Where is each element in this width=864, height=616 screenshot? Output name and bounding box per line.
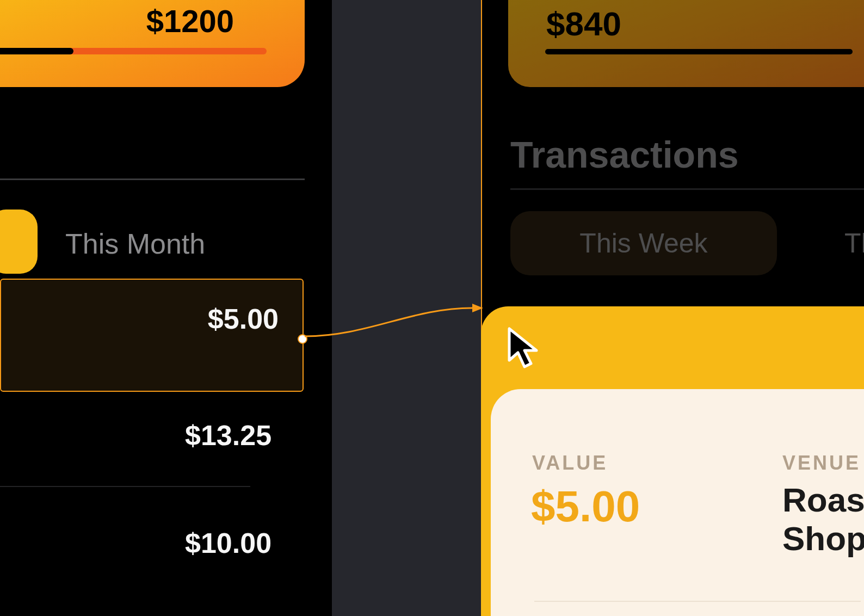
row-divider xyxy=(0,486,250,487)
section-divider xyxy=(510,188,864,190)
tab-chip-selected[interactable] xyxy=(0,210,38,274)
balance-amount: $1200 xyxy=(146,3,234,39)
design-canvas: $1200 This Month $5.00 $13.25 $10.00 $84… xyxy=(0,0,864,616)
progress-fill xyxy=(0,48,73,54)
value-amount: $5.00 xyxy=(531,482,640,532)
venue-label: VENUE xyxy=(782,452,861,475)
tab-label: This Week xyxy=(510,227,777,259)
screen-transactions-list: $1200 This Month $5.00 $13.25 $10.00 xyxy=(0,0,332,616)
balance-card[interactable]: $840 xyxy=(508,0,864,87)
prototype-connection-node[interactable] xyxy=(298,334,307,344)
detail-divider xyxy=(534,601,861,602)
detail-card-body: VALUE $5.00 VENUE RoastShop xyxy=(491,389,864,616)
venue-name: RoastShop xyxy=(782,481,864,558)
value-label: VALUE xyxy=(532,452,608,475)
balance-card[interactable]: $1200 xyxy=(0,0,305,87)
transaction-amount: $10.00 xyxy=(185,527,271,559)
transaction-row-selected[interactable]: $5.00 xyxy=(0,279,304,392)
tab-this-week[interactable]: This Week xyxy=(510,211,777,275)
transaction-amount: $13.25 xyxy=(185,419,271,452)
tab-partial-label: Th xyxy=(844,227,864,259)
progress-track xyxy=(545,49,853,54)
transaction-amount: $5.00 xyxy=(208,303,279,335)
section-divider xyxy=(0,178,305,180)
transactions-heading: Transactions xyxy=(510,133,739,176)
balance-amount: $840 xyxy=(546,4,621,43)
detail-card-layer: VALUE $5.00 VENUE RoastShop xyxy=(481,306,864,616)
tab-this-month[interactable]: This Month xyxy=(65,227,205,260)
